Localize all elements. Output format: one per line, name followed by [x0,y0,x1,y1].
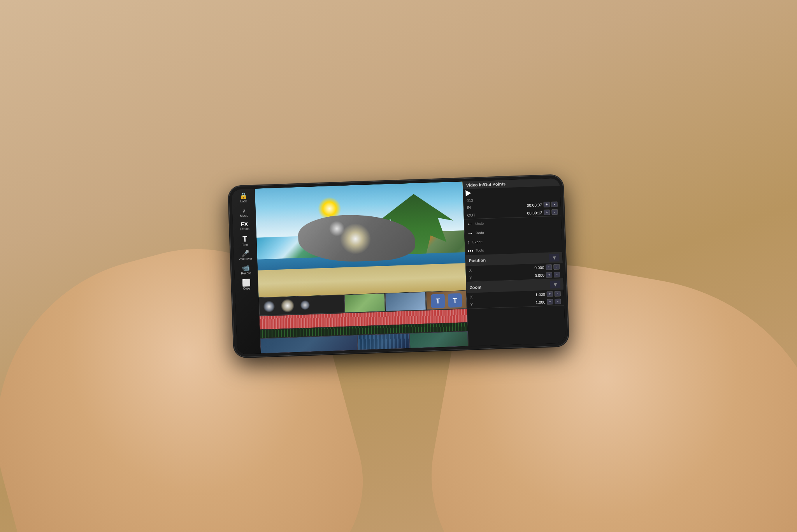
clip-beach-2[interactable] [385,291,426,311]
text-label: Text [242,243,248,247]
undo-button[interactable]: ← [467,220,473,228]
zoom-header: Zoom [470,284,481,290]
position-section: Position ▼ X 0.000 + - Y 0.000 + - [465,252,563,282]
flare-1 [263,300,275,312]
copy-icon: ⬜ [242,279,251,286]
city-detail [358,334,409,350]
in-plus-button[interactable]: + [543,202,549,207]
pos-x-minus-button[interactable]: - [553,264,560,270]
phone-screen: 🔒 Lock ♪ Music FX Effects T Text 🎤 Voice… [232,178,565,354]
timeline-wrapper: T T [259,290,469,353]
in-minus-button[interactable]: - [551,201,557,207]
in-label: IN [467,205,477,209]
pos-y-plus-button[interactable]: + [546,272,552,278]
zoom-dropdown-button[interactable]: ▼ [550,280,561,288]
export-button[interactable]: ↑ [467,239,470,245]
clip-city-1[interactable] [260,335,358,353]
fx-icon: FX [241,221,248,227]
zoom-x-minus-button[interactable]: - [554,291,560,297]
in-value: 00:00:07 [478,202,542,209]
zoom-x-plus-button[interactable]: + [546,291,553,297]
timeline-area: T T [259,290,469,353]
tt-button-container: T T [430,292,463,309]
lock-icon: 🔒 [239,193,248,199]
clip-dark[interactable] [259,294,345,316]
clip-beach-1[interactable] [344,293,385,313]
zoom-y-minus-button[interactable]: - [555,298,561,304]
microphone-icon: 🎤 [241,250,249,257]
tt-button-2[interactable]: T [448,293,462,307]
out-label: OUT [467,212,477,217]
flare-container [259,295,344,315]
flare-2 [281,298,295,313]
spacer [473,190,558,193]
effects-label: Effects [240,227,249,231]
video-inout-section: Video In/Out Points 013 IN 00:00:07 + - [463,178,561,219]
tool-music[interactable]: ♪ Music [232,205,256,219]
out-value: 00:00:12 [478,210,542,217]
tool-record[interactable]: 📹 Record [234,263,258,277]
play-button[interactable] [465,190,471,196]
zoom-x-value: 1.000 [481,292,545,298]
position-header: Position [469,258,486,263]
out-minus-button[interactable]: - [551,209,558,215]
camera-icon: 📹 [242,265,250,271]
copy-label: Copy [243,286,250,290]
undo-label: Undo [475,221,484,226]
zoom-section: Zoom ▼ X 1.000 + - Y 1.000 + - [467,279,564,309]
voiceover-label: Voiceover [239,257,252,261]
tt-button-1[interactable]: T [431,293,445,308]
tool-effects[interactable]: FX Effects [233,219,256,233]
tool-voiceover[interactable]: 🎤 Voiceover [233,249,257,263]
music-icon: ♪ [242,207,246,213]
position-y-label: Y [469,275,479,280]
phone-device: 🔒 Lock ♪ Music FX Effects T Text 🎤 Voice… [228,175,569,358]
zoom-y-plus-button[interactable]: + [547,299,553,305]
zoom-x-label: X [470,294,480,299]
video-preview [255,181,466,297]
pos-x-plus-button[interactable]: + [546,264,552,270]
tools-label: Tools [476,248,484,253]
text-icon: T [242,235,248,242]
zoom-y-label: Y [470,302,480,307]
tool-lock[interactable]: 🔒 Lock [232,191,255,205]
lock-label: Lock [240,199,247,203]
position-x-label: X [469,267,479,272]
position-y-value: 0.000 [481,273,544,279]
tools-button[interactable]: ••• [467,248,473,254]
zoom-y-value: 1.000 [481,300,545,306]
music-label: Music [240,214,248,218]
video-scene [255,181,466,297]
clip-city-2[interactable] [357,333,410,350]
record-label: Record [241,271,251,275]
redo-button[interactable]: → [467,230,474,237]
nav-buttons: ← Undo → Redo ↑ Export ••• Tools [464,216,562,255]
tool-copy[interactable]: ⬜ Copy [235,277,258,292]
out-plus-button[interactable]: + [544,209,550,215]
tool-text[interactable]: T Text [233,233,257,249]
position-x-value: 0.000 [480,265,544,272]
clip-city-3[interactable] [409,331,468,348]
flare-3 [300,300,310,310]
position-dropdown-button[interactable]: ▼ [549,253,560,262]
pos-y-minus-button[interactable]: - [554,272,560,277]
right-panel: Video In/Out Points 013 IN 00:00:07 + - [462,178,565,346]
export-label: Export [472,240,483,244]
redo-label: Redo [476,231,484,235]
main-content: T T [255,181,468,353]
